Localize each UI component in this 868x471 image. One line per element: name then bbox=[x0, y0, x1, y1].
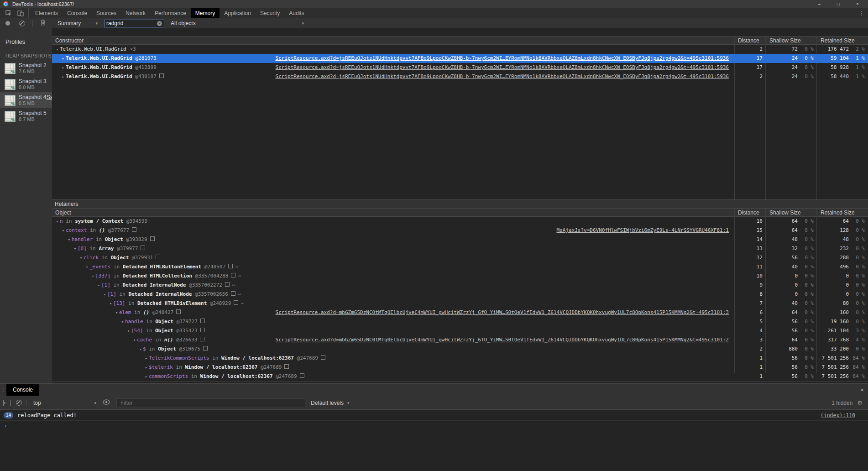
expand-arrow-icon[interactable]: ▾ bbox=[132, 335, 137, 345]
constructor-instance-row[interactable]: ▸Telerik.Web.UI.RadGrid @438187ScriptRes… bbox=[52, 72, 868, 81]
record-heap-icon[interactable] bbox=[5, 21, 10, 26]
expand-arrow-icon[interactable]: ▾ bbox=[55, 217, 60, 226]
tab-audits[interactable]: Audits bbox=[284, 8, 309, 18]
retainer-row[interactable]: ▾[337] in Detached HTMLCollection @33570… bbox=[52, 272, 868, 281]
retainer-row[interactable]: ▾n in system / Context @39459916640 %640… bbox=[52, 217, 868, 226]
expand-arrow-icon[interactable]: ▾ bbox=[138, 345, 143, 354]
preview-box-icon[interactable] bbox=[231, 273, 235, 277]
preview-box-icon[interactable] bbox=[200, 319, 205, 323]
preview-box-icon[interactable] bbox=[150, 236, 155, 241]
column-header-retained-size[interactable]: Retained Size bbox=[817, 37, 868, 44]
preview-box-icon[interactable] bbox=[132, 227, 136, 232]
clear-console-icon[interactable] bbox=[16, 400, 22, 406]
retainer-row[interactable]: ▸$telerik in Window / localhost:62367 @2… bbox=[52, 363, 868, 372]
snapshot-save-link[interactable]: Sa bbox=[47, 94, 52, 100]
expand-arrow-icon[interactable]: ▾ bbox=[78, 253, 84, 262]
expand-arrow-icon[interactable]: ▸ bbox=[144, 363, 149, 372]
expand-arrow-icon[interactable]: ▾ bbox=[61, 226, 66, 235]
retainer-row[interactable]: ▸commonScripts in Window / localhost:623… bbox=[52, 372, 868, 381]
tab-network[interactable]: Network bbox=[121, 8, 150, 18]
drawer-grip-icon[interactable]: ⋮ bbox=[0, 384, 6, 396]
preview-box-icon[interactable] bbox=[228, 264, 233, 268]
expand-arrow-icon[interactable]: ▾ bbox=[102, 290, 107, 299]
retainer-row[interactable]: ▾click in Object @37993112560 %2880 % bbox=[52, 253, 868, 262]
preview-box-icon[interactable] bbox=[141, 246, 145, 250]
inspect-icon[interactable] bbox=[5, 10, 12, 17]
column-header-shallow-size[interactable]: Shallow Size bbox=[766, 37, 817, 44]
preview-box-icon[interactable] bbox=[321, 355, 325, 360]
delete-profile-icon[interactable] bbox=[40, 19, 46, 27]
expand-arrow-icon[interactable]: ▾ bbox=[108, 299, 113, 308]
expand-arrow-icon[interactable]: ▾ bbox=[120, 317, 125, 326]
expand-arrow-icon[interactable]: ▸ bbox=[61, 54, 66, 63]
preview-box-icon[interactable] bbox=[300, 373, 304, 378]
class-filter-input[interactable] bbox=[106, 20, 157, 26]
expand-arrow-icon[interactable]: ▾ bbox=[96, 281, 101, 290]
device-toolbar-icon[interactable] bbox=[17, 10, 24, 17]
tab-application[interactable]: Application bbox=[220, 8, 256, 18]
tab-security[interactable]: Security bbox=[256, 8, 284, 18]
snapshot-item[interactable]: %Snapshot 38.0 MB bbox=[0, 76, 52, 92]
expand-arrow-icon[interactable]: ▾ bbox=[114, 308, 119, 317]
expand-arrow-icon[interactable]: ▸ bbox=[61, 63, 66, 72]
retainer-row[interactable]: ▾[13] in Detached HTMLDivElement @248929… bbox=[52, 299, 868, 308]
script-source-link[interactable]: ScriptResource.axd?d=jsREEuQJots1NUdHnkt… bbox=[276, 54, 729, 63]
preview-box-icon[interactable] bbox=[225, 282, 230, 287]
column-header-object[interactable]: Object bbox=[52, 209, 735, 216]
retainer-row[interactable]: ▾_events in Detached HTMLButtonElement @… bbox=[52, 262, 868, 272]
tab-sources[interactable]: Sources bbox=[92, 8, 121, 18]
retainer-row[interactable]: ▾handle in Object @3797275560 %19 1600 % bbox=[52, 317, 868, 326]
retainer-row[interactable]: ▾context in () @377677MsAjaxJs?v=D6VN0fH… bbox=[52, 226, 868, 235]
preview-box-icon[interactable] bbox=[159, 73, 164, 78]
maximize-button[interactable]: □ bbox=[829, 0, 848, 8]
expand-arrow-icon[interactable]: ▾ bbox=[67, 235, 72, 244]
console-settings-gear-icon[interactable]: ⚙ bbox=[857, 399, 863, 406]
script-source-link[interactable]: ScriptResource.axd?d=jsREEuQJots1NUdHnkt… bbox=[276, 72, 729, 81]
tab-elements[interactable]: Elements bbox=[31, 8, 63, 18]
retainer-row[interactable]: ▾[1] in Detached InternalNode @335700227… bbox=[52, 281, 868, 290]
preview-box-icon[interactable] bbox=[176, 309, 181, 314]
retainer-row[interactable]: ▾[1] in Detached InternalNode @335700265… bbox=[52, 290, 868, 299]
expand-arrow-icon[interactable]: ▸ bbox=[144, 372, 149, 381]
message-source-link[interactable]: (index):110 bbox=[821, 412, 855, 419]
more-tabs-icon[interactable]: ⋮ bbox=[855, 8, 868, 18]
preview-box-icon[interactable] bbox=[284, 364, 289, 369]
preview-box-icon[interactable] bbox=[200, 337, 204, 341]
log-levels-select[interactable]: Default levels ▾ bbox=[311, 400, 350, 406]
perspective-select[interactable]: Summary ▾ bbox=[58, 20, 98, 26]
retainer-row[interactable]: ▸TelerikCommonScripts in Window / localh… bbox=[52, 354, 868, 363]
column-header-distance[interactable]: Distance bbox=[735, 209, 766, 216]
execution-context-select[interactable]: top ▾ bbox=[33, 400, 96, 406]
column-header-distance[interactable]: Distance bbox=[735, 37, 766, 44]
preview-box-icon[interactable] bbox=[203, 346, 208, 351]
expand-arrow-icon[interactable]: ▸ bbox=[61, 72, 66, 81]
expand-arrow-icon[interactable]: ▸ bbox=[144, 354, 149, 363]
column-header-retained-size[interactable]: Retained Size bbox=[817, 209, 868, 216]
live-expression-eye-icon[interactable] bbox=[103, 399, 110, 406]
tab-performance[interactable]: Performance bbox=[150, 8, 191, 18]
minimize-button[interactable]: – bbox=[810, 0, 829, 8]
constructor-group-row[interactable]: ▾Telerik.Web.UI.RadGrid×32720 %176 4722 … bbox=[52, 45, 868, 54]
constructor-instance-row[interactable]: ▸Telerik.Web.UI.RadGrid @412899ScriptRes… bbox=[52, 63, 868, 72]
expand-arrow-icon[interactable]: ▾ bbox=[73, 244, 78, 253]
clear-profiles-icon[interactable] bbox=[19, 21, 25, 26]
script-source-link[interactable]: ScriptResource.axd?d=mbGZm65DzNC0tMTq0El… bbox=[276, 308, 729, 317]
constructor-instance-row[interactable]: ▸Telerik.Web.UI.RadGrid @281073ScriptRes… bbox=[52, 54, 868, 63]
preview-box-icon[interactable] bbox=[200, 328, 205, 332]
script-source-link[interactable]: ScriptResource.axd?d=mbGZm65DzNC0tMTq0El… bbox=[276, 335, 729, 345]
snapshot-item[interactable]: %Snapshot 58.7 MB bbox=[0, 108, 52, 124]
column-header-constructor[interactable]: Constructor bbox=[52, 37, 735, 44]
hidden-messages-count[interactable]: 1 hidden bbox=[831, 400, 852, 406]
expand-arrow-icon[interactable]: ▾ bbox=[84, 262, 89, 272]
close-button[interactable]: × bbox=[848, 0, 867, 8]
script-source-link[interactable]: MsAjaxJs?v=D6VN0fHlwFSIWjbVzi6mZyE9Ls-4L… bbox=[557, 226, 729, 235]
snapshot-item[interactable]: %Snapshot 27.6 MB bbox=[0, 60, 52, 76]
console-prompt-row[interactable]: › bbox=[0, 421, 868, 431]
retainer-row[interactable]: ▾[0] in Array @37997713320 %2320 % bbox=[52, 244, 868, 253]
tab-console[interactable]: Console bbox=[6, 384, 39, 396]
drawer-close-icon[interactable]: × bbox=[856, 384, 868, 396]
expand-arrow-icon[interactable]: ▾ bbox=[55, 45, 60, 54]
objects-scope-select[interactable]: All objects ▾ bbox=[171, 20, 306, 26]
console-sidebar-toggle-icon[interactable] bbox=[3, 400, 10, 406]
preview-box-icon[interactable] bbox=[234, 300, 238, 305]
